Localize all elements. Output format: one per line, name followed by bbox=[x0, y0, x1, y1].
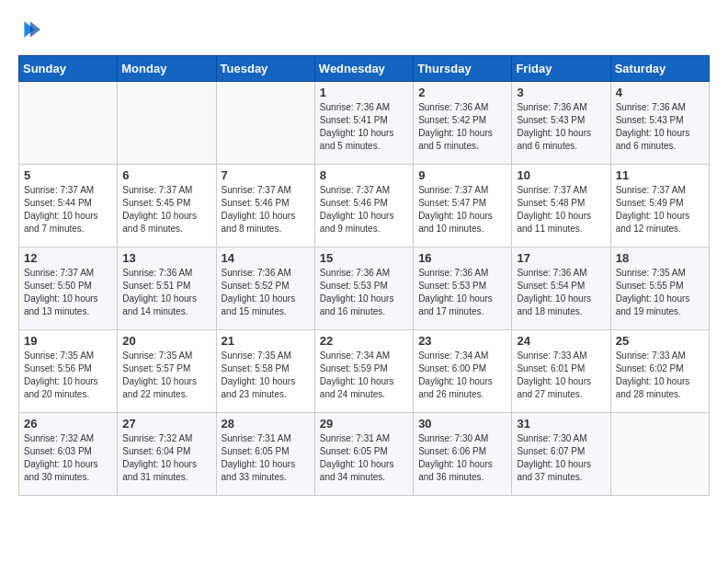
day-number: 22 bbox=[320, 334, 408, 348]
day-number: 6 bbox=[122, 168, 210, 182]
day-number: 17 bbox=[517, 251, 605, 265]
weekday-header-row: SundayMondayTuesdayWednesdayThursdayFrid… bbox=[19, 56, 710, 82]
day-info: Sunrise: 7:37 AM Sunset: 5:45 PM Dayligh… bbox=[122, 184, 210, 236]
day-info: Sunrise: 7:37 AM Sunset: 5:46 PM Dayligh… bbox=[222, 184, 310, 236]
day-info: Sunrise: 7:37 AM Sunset: 5:46 PM Dayligh… bbox=[320, 184, 408, 236]
day-number: 31 bbox=[517, 417, 605, 431]
day-number: 13 bbox=[122, 251, 210, 265]
day-info: Sunrise: 7:35 AM Sunset: 5:56 PM Dayligh… bbox=[24, 350, 112, 401]
day-number: 14 bbox=[222, 251, 310, 265]
day-info: Sunrise: 7:30 AM Sunset: 6:07 PM Dayligh… bbox=[517, 432, 605, 484]
day-info: Sunrise: 7:35 AM Sunset: 5:58 PM Dayligh… bbox=[222, 350, 310, 401]
calendar-cell: 7Sunrise: 7:37 AM Sunset: 5:46 PM Daylig… bbox=[216, 165, 314, 247]
day-number: 27 bbox=[122, 417, 210, 431]
calendar-cell bbox=[610, 413, 709, 496]
weekday-header-saturday: Saturday bbox=[610, 56, 709, 82]
day-info: Sunrise: 7:36 AM Sunset: 5:42 PM Dayligh… bbox=[418, 101, 506, 153]
day-info: Sunrise: 7:36 AM Sunset: 5:43 PM Dayligh… bbox=[616, 101, 704, 153]
calendar-cell: 24Sunrise: 7:33 AM Sunset: 6:01 PM Dayli… bbox=[512, 330, 610, 413]
calendar-cell bbox=[19, 82, 118, 165]
day-info: Sunrise: 7:35 AM Sunset: 5:57 PM Dayligh… bbox=[122, 350, 210, 401]
calendar-cell: 6Sunrise: 7:37 AM Sunset: 5:45 PM Daylig… bbox=[118, 165, 216, 247]
day-number: 15 bbox=[320, 251, 408, 265]
day-info: Sunrise: 7:33 AM Sunset: 6:01 PM Dayligh… bbox=[517, 350, 605, 401]
day-number: 12 bbox=[24, 251, 112, 265]
day-info: Sunrise: 7:30 AM Sunset: 6:06 PM Dayligh… bbox=[418, 432, 506, 484]
day-info: Sunrise: 7:32 AM Sunset: 6:03 PM Dayligh… bbox=[24, 432, 112, 484]
day-number: 8 bbox=[320, 168, 408, 182]
day-info: Sunrise: 7:36 AM Sunset: 5:53 PM Dayligh… bbox=[320, 267, 408, 318]
day-number: 7 bbox=[222, 168, 310, 182]
calendar-cell: 18Sunrise: 7:35 AM Sunset: 5:55 PM Dayli… bbox=[610, 247, 709, 330]
calendar-cell: 25Sunrise: 7:33 AM Sunset: 6:02 PM Dayli… bbox=[610, 330, 709, 413]
calendar-cell: 1Sunrise: 7:36 AM Sunset: 5:41 PM Daylig… bbox=[314, 82, 413, 165]
calendar-cell: 8Sunrise: 7:37 AM Sunset: 5:46 PM Daylig… bbox=[314, 165, 413, 247]
day-info: Sunrise: 7:34 AM Sunset: 5:59 PM Dayligh… bbox=[320, 350, 408, 401]
calendar-cell: 9Sunrise: 7:37 AM Sunset: 5:47 PM Daylig… bbox=[414, 165, 512, 247]
day-number: 30 bbox=[418, 417, 506, 431]
calendar-cell: 31Sunrise: 7:30 AM Sunset: 6:07 PM Dayli… bbox=[512, 413, 610, 496]
day-info: Sunrise: 7:32 AM Sunset: 6:04 PM Dayligh… bbox=[122, 432, 210, 484]
calendar-cell: 15Sunrise: 7:36 AM Sunset: 5:53 PM Dayli… bbox=[314, 247, 413, 330]
day-info: Sunrise: 7:37 AM Sunset: 5:47 PM Dayligh… bbox=[418, 184, 506, 236]
day-info: Sunrise: 7:34 AM Sunset: 6:00 PM Dayligh… bbox=[418, 350, 506, 401]
calendar-cell: 3Sunrise: 7:36 AM Sunset: 5:43 PM Daylig… bbox=[512, 82, 610, 165]
calendar-cell: 28Sunrise: 7:31 AM Sunset: 6:05 PM Dayli… bbox=[216, 413, 314, 496]
calendar-cell: 20Sunrise: 7:35 AM Sunset: 5:57 PM Dayli… bbox=[118, 330, 216, 413]
day-info: Sunrise: 7:31 AM Sunset: 6:05 PM Dayligh… bbox=[320, 432, 408, 484]
weekday-header-sunday: Sunday bbox=[19, 56, 118, 82]
page-header bbox=[18, 18, 710, 40]
day-info: Sunrise: 7:37 AM Sunset: 5:50 PM Dayligh… bbox=[24, 267, 112, 318]
calendar-cell: 2Sunrise: 7:36 AM Sunset: 5:42 PM Daylig… bbox=[414, 82, 512, 165]
day-number: 10 bbox=[517, 168, 605, 182]
day-number: 9 bbox=[418, 168, 506, 182]
day-number: 25 bbox=[616, 334, 704, 348]
day-number: 16 bbox=[418, 251, 506, 265]
day-number: 2 bbox=[418, 86, 506, 99]
day-info: Sunrise: 7:36 AM Sunset: 5:54 PM Dayligh… bbox=[517, 267, 605, 318]
day-info: Sunrise: 7:36 AM Sunset: 5:51 PM Dayligh… bbox=[122, 267, 210, 318]
day-number: 20 bbox=[122, 334, 210, 348]
calendar-cell bbox=[118, 82, 216, 165]
calendar-cell: 29Sunrise: 7:31 AM Sunset: 6:05 PM Dayli… bbox=[314, 413, 413, 496]
day-number: 5 bbox=[24, 168, 112, 182]
calendar-cell: 19Sunrise: 7:35 AM Sunset: 5:56 PM Dayli… bbox=[19, 330, 118, 413]
calendar-cell: 10Sunrise: 7:37 AM Sunset: 5:48 PM Dayli… bbox=[512, 165, 610, 247]
day-number: 18 bbox=[616, 251, 704, 265]
day-number: 28 bbox=[222, 417, 310, 431]
day-number: 1 bbox=[320, 86, 408, 99]
day-info: Sunrise: 7:37 AM Sunset: 5:48 PM Dayligh… bbox=[517, 184, 605, 236]
day-info: Sunrise: 7:33 AM Sunset: 6:02 PM Dayligh… bbox=[616, 350, 704, 401]
day-number: 4 bbox=[616, 86, 704, 99]
logo bbox=[18, 18, 44, 40]
calendar-cell: 11Sunrise: 7:37 AM Sunset: 5:49 PM Dayli… bbox=[610, 165, 709, 247]
day-info: Sunrise: 7:36 AM Sunset: 5:52 PM Dayligh… bbox=[222, 267, 310, 318]
day-number: 21 bbox=[222, 334, 310, 348]
calendar-cell: 30Sunrise: 7:30 AM Sunset: 6:06 PM Dayli… bbox=[414, 413, 512, 496]
week-row-3: 12Sunrise: 7:37 AM Sunset: 5:50 PM Dayli… bbox=[19, 247, 710, 330]
day-number: 11 bbox=[616, 168, 704, 182]
calendar-cell: 22Sunrise: 7:34 AM Sunset: 5:59 PM Dayli… bbox=[314, 330, 413, 413]
day-info: Sunrise: 7:37 AM Sunset: 5:49 PM Dayligh… bbox=[616, 184, 704, 236]
calendar-cell: 12Sunrise: 7:37 AM Sunset: 5:50 PM Dayli… bbox=[19, 247, 118, 330]
weekday-header-tuesday: Tuesday bbox=[216, 56, 314, 82]
day-number: 19 bbox=[24, 334, 112, 348]
calendar-cell bbox=[216, 82, 314, 165]
calendar-cell: 4Sunrise: 7:36 AM Sunset: 5:43 PM Daylig… bbox=[610, 82, 709, 165]
calendar-cell: 26Sunrise: 7:32 AM Sunset: 6:03 PM Dayli… bbox=[19, 413, 118, 496]
calendar-cell: 17Sunrise: 7:36 AM Sunset: 5:54 PM Dayli… bbox=[512, 247, 610, 330]
calendar-cell: 5Sunrise: 7:37 AM Sunset: 5:44 PM Daylig… bbox=[19, 165, 118, 247]
day-info: Sunrise: 7:36 AM Sunset: 5:41 PM Dayligh… bbox=[320, 101, 408, 153]
calendar-cell: 27Sunrise: 7:32 AM Sunset: 6:04 PM Dayli… bbox=[118, 413, 216, 496]
day-number: 23 bbox=[418, 334, 506, 348]
day-info: Sunrise: 7:31 AM Sunset: 6:05 PM Dayligh… bbox=[222, 432, 310, 484]
calendar-cell: 21Sunrise: 7:35 AM Sunset: 5:58 PM Dayli… bbox=[216, 330, 314, 413]
day-number: 26 bbox=[24, 417, 112, 431]
week-row-4: 19Sunrise: 7:35 AM Sunset: 5:56 PM Dayli… bbox=[19, 330, 710, 413]
svg-marker-1 bbox=[30, 21, 40, 38]
day-info: Sunrise: 7:37 AM Sunset: 5:44 PM Dayligh… bbox=[24, 184, 112, 236]
weekday-header-wednesday: Wednesday bbox=[314, 56, 413, 82]
weekday-header-monday: Monday bbox=[118, 56, 216, 82]
logo-icon bbox=[18, 18, 40, 40]
day-number: 29 bbox=[320, 417, 408, 431]
